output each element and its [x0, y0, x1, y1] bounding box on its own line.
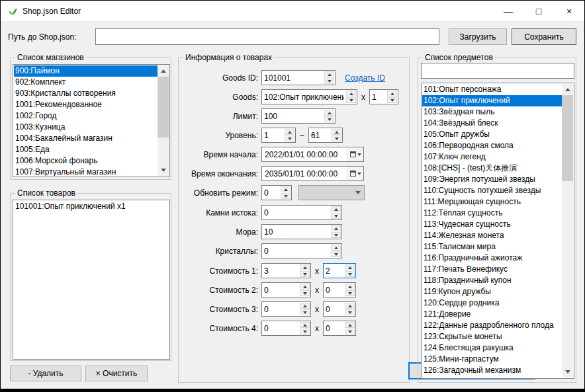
maximize-button[interactable]: □ — [523, 1, 554, 21]
list-item[interactable]: 124:Блестящая ракушка — [422, 342, 562, 354]
list-item[interactable]: 114:Железная монета — [422, 230, 562, 241]
spinner-up-button[interactable] — [331, 225, 341, 231]
list-item[interactable]: 1004:Бакалейный магазин — [14, 133, 158, 144]
clear-button[interactable]: × Очистить — [85, 366, 148, 381]
list-item[interactable]: 118:Праздничный купон — [422, 275, 562, 286]
spinner-input[interactable] — [370, 90, 387, 104]
spinner-up-button[interactable] — [300, 284, 310, 290]
list-item[interactable]: 900:Паймон — [14, 65, 158, 77]
items-search-input[interactable] — [421, 63, 574, 79]
cost4-item-spinner[interactable] — [261, 321, 311, 336]
spinner-up-button[interactable] — [300, 264, 310, 270]
spinner-up-button[interactable] — [324, 71, 334, 77]
list-item[interactable]: 110:Сущность потухшей звезды — [422, 185, 562, 196]
scroll-down-button[interactable] — [562, 366, 573, 377]
spinner-input[interactable] — [324, 264, 345, 278]
spinner-input[interactable] — [309, 128, 332, 142]
list-item[interactable]: 902:Комплект — [14, 77, 158, 88]
spinner-down-button[interactable] — [300, 271, 310, 277]
spinner-input[interactable] — [262, 244, 331, 258]
spinner-input[interactable] — [262, 225, 331, 239]
list-item[interactable]: 1001:Рекомендованное — [14, 99, 158, 110]
list-item[interactable]: 111:Мерцающая сущность — [422, 196, 562, 208]
level-max-spinner[interactable] — [308, 128, 343, 143]
list-item[interactable]: 108:[CHS] - (test)天体推演 — [422, 163, 562, 174]
list-item[interactable]: 112:Тёплая сущность — [422, 208, 562, 219]
spinner-input[interactable] — [262, 71, 324, 85]
spinner-up-button[interactable] — [324, 110, 334, 116]
cost2-item-spinner[interactable] — [261, 282, 311, 297]
calendar-dropdown-button[interactable] — [347, 147, 363, 161]
goods-spinner[interactable] — [261, 89, 357, 104]
list-item[interactable]: 1005:Еда — [14, 144, 158, 155]
goods-id-spinner[interactable] — [261, 70, 336, 85]
spinner-down-button[interactable] — [345, 329, 355, 334]
spinner-up-button[interactable] — [331, 206, 341, 212]
spinner-down-button[interactable] — [331, 251, 341, 257]
scrollbar-track[interactable] — [562, 95, 573, 366]
list-item[interactable]: 1002:Город — [14, 110, 158, 122]
list-item[interactable]: 120:Сердце родника — [422, 297, 562, 309]
list-item[interactable]: 102:Опыт приключений — [422, 95, 562, 106]
spinner-down-button[interactable] — [300, 309, 310, 315]
spinner-down-button[interactable] — [281, 193, 291, 199]
list-item[interactable]: 1006:Морской фонарь — [14, 155, 158, 167]
list-item[interactable]: 101:Опыт персонажа — [422, 84, 562, 95]
spinner-up-button[interactable] — [300, 322, 310, 328]
spinner-down-button[interactable] — [300, 329, 310, 334]
end-time-picker[interactable] — [261, 166, 364, 181]
list-item[interactable]: 109:Энергия потухшей звезды — [422, 174, 562, 185]
shops-scrollbar[interactable] — [158, 65, 169, 176]
list-item[interactable]: 122:Данные раздробленного плода — [422, 320, 562, 331]
spinner-down-button[interactable] — [346, 97, 356, 103]
primogems-spinner[interactable] — [261, 205, 342, 220]
mora-spinner[interactable] — [261, 224, 342, 239]
cost2-count-spinner[interactable] — [323, 282, 356, 297]
list-item[interactable]: 116:Праздничный ажиотаж — [422, 253, 562, 264]
spinner-input[interactable] — [262, 109, 324, 123]
scrollbar-track[interactable] — [158, 77, 169, 165]
list-item[interactable]: 101001:Опыт приключений x1 — [14, 201, 169, 212]
limit-spinner[interactable] — [261, 108, 336, 124]
spinner-up-button[interactable] — [345, 284, 355, 290]
list-item[interactable]: 115:Талисман мира — [422, 241, 562, 253]
spinner-up-button[interactable] — [345, 322, 355, 328]
spinner-up-button[interactable] — [300, 303, 310, 309]
path-input[interactable] — [95, 28, 439, 45]
spinner-up-button[interactable] — [331, 245, 341, 251]
scrollbar-thumb[interactable] — [158, 77, 169, 137]
list-item[interactable]: 117:Печать Венефикус — [422, 264, 562, 275]
spinner-input[interactable] — [262, 264, 300, 278]
list-item[interactable]: 126:Загадочный механизм — [422, 365, 562, 376]
refresh-mode-spinner[interactable] — [261, 185, 292, 200]
spinner-down-button[interactable] — [300, 290, 310, 296]
spinner-input[interactable] — [262, 321, 300, 335]
delete-button[interactable]: - Удалить — [10, 366, 81, 381]
calendar-dropdown-button[interactable] — [347, 167, 363, 180]
items-scrollbar[interactable] — [562, 84, 573, 377]
spinner-input[interactable] — [262, 206, 331, 219]
spinner-down-button[interactable] — [345, 290, 355, 296]
list-item[interactable]: 125:Мини-гарпастум — [422, 354, 562, 365]
list-item[interactable]: 107:Ключ легенд — [422, 151, 562, 163]
datetime-input[interactable] — [262, 167, 347, 180]
cost3-count-spinner[interactable] — [323, 301, 356, 317]
spinner-input[interactable] — [262, 128, 285, 142]
spinner-up-button[interactable] — [281, 186, 291, 192]
load-button[interactable]: Загрузить — [449, 28, 507, 45]
spinner-down-button[interactable] — [345, 271, 355, 277]
spinner-down-button[interactable] — [285, 136, 294, 141]
spinner-input[interactable] — [324, 283, 345, 297]
scrollbar-thumb[interactable] — [562, 95, 573, 181]
cost4-count-spinner[interactable] — [323, 321, 356, 336]
spinner-down-button[interactable] — [345, 309, 355, 315]
spinner-input[interactable] — [262, 186, 281, 200]
spinner-down-button[interactable] — [331, 232, 341, 238]
create-id-link[interactable]: Создать ID — [345, 73, 385, 83]
list-item[interactable]: 903:Кристаллы сотворения — [14, 88, 158, 99]
list-item[interactable]: 1007:Виртуальный магазин — [14, 167, 158, 176]
minimize-button[interactable]: — — [493, 1, 523, 21]
list-item[interactable]: 105:Опыт дружбы — [422, 129, 562, 140]
scroll-up-button[interactable] — [158, 65, 169, 77]
spinner-input[interactable] — [324, 302, 345, 316]
